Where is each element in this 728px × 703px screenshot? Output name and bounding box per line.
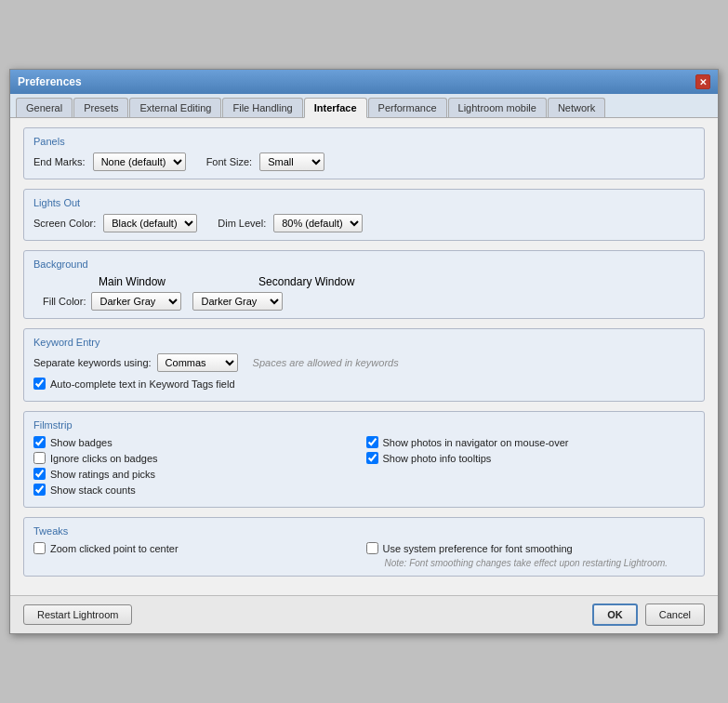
ok-button[interactable]: OK <box>592 604 638 626</box>
tab-file-handling[interactable]: File Handling <box>222 98 302 117</box>
autocomplete-label[interactable]: Auto-complete text in Keyword Tags field <box>50 378 235 390</box>
show-badges-label[interactable]: Show badges <box>50 437 113 448</box>
show-photo-info-row: Show photo info tooltips <box>366 452 695 464</box>
close-button[interactable]: ✕ <box>695 74 710 89</box>
secondary-window-header: Secondary Window <box>258 275 354 288</box>
lights-out-label: Lights Out <box>33 197 695 208</box>
filmstrip-section: Filmstrip Show badges Ignore clicks on b… <box>23 411 705 508</box>
tweaks-section: Tweaks Zoom clicked point to center Use … <box>23 517 705 577</box>
close-icon: ✕ <box>699 77 707 87</box>
cancel-button[interactable]: Cancel <box>645 604 705 626</box>
show-stack-label[interactable]: Show stack counts <box>50 484 136 496</box>
font-smoothing-checkbox[interactable] <box>366 542 378 554</box>
window-title: Preferences <box>18 75 82 88</box>
font-smoothing-note: Note: Font smoothing changes take effect… <box>385 558 695 568</box>
tab-general[interactable]: General <box>16 98 73 117</box>
preferences-window: Preferences ✕ General Presets External E… <box>9 69 719 634</box>
show-stack-checkbox[interactable] <box>33 484 46 496</box>
footer: Restart Lightroom OK Cancel <box>10 595 718 633</box>
ignore-clicks-label[interactable]: Ignore clicks on badges <box>50 453 158 464</box>
font-size-label: Font Size: <box>206 156 253 167</box>
keyword-row: Separate keywords using: Commas Spaces S… <box>33 353 695 372</box>
tab-performance[interactable]: Performance <box>368 98 447 117</box>
filmstrip-columns: Show badges Ignore clicks on badges Show… <box>33 436 695 499</box>
zoom-label[interactable]: Zoom clicked point to center <box>50 543 179 554</box>
show-stack-row: Show stack counts <box>33 484 363 496</box>
background-section: Background Main Window Secondary Window … <box>23 250 705 319</box>
filmstrip-right: Show photos in navigator on mouse-over S… <box>366 436 695 499</box>
secondary-fill-color-select[interactable]: Darker Gray Dark Gray Medium Gray Light … <box>192 292 283 311</box>
ignore-clicks-row: Ignore clicks on badges <box>33 452 363 464</box>
ignore-clicks-checkbox[interactable] <box>33 452 46 464</box>
font-smoothing-row: Use system preference for font smoothing <box>366 542 695 554</box>
filmstrip-label: Filmstrip <box>33 419 695 431</box>
show-ratings-label[interactable]: Show ratings and picks <box>50 469 155 480</box>
dim-level-label: Dim Level: <box>218 218 266 229</box>
end-marks-select[interactable]: None (default) Small Medium Large <box>93 153 186 171</box>
background-label: Background <box>33 259 695 270</box>
main-window-header: Main Window <box>99 275 165 288</box>
font-size-select[interactable]: Small Medium Large <box>259 153 324 171</box>
tabs-bar: General Presets External Editing File Ha… <box>10 94 718 118</box>
show-ratings-row: Show ratings and picks <box>33 468 363 480</box>
show-photos-label[interactable]: Show photos in navigator on mouse-over <box>383 437 569 448</box>
filmstrip-left: Show badges Ignore clicks on badges Show… <box>33 436 363 499</box>
separate-keywords-select[interactable]: Commas Spaces Semicolons <box>157 353 238 372</box>
keyword-hint: Spaces are allowed in keywords <box>253 357 399 368</box>
tab-network[interactable]: Network <box>548 98 605 117</box>
restart-button[interactable]: Restart Lightroom <box>23 604 132 625</box>
col-headers: Main Window Secondary Window <box>99 275 695 288</box>
zoom-row: Zoom clicked point to center <box>33 542 363 554</box>
keyword-entry-label: Keyword Entry <box>33 337 695 348</box>
tweaks-label: Tweaks <box>33 525 695 537</box>
font-smoothing-label[interactable]: Use system preference for font smoothing <box>383 543 573 554</box>
panels-label: Panels <box>33 136 695 147</box>
title-bar: Preferences ✕ <box>10 70 718 94</box>
lights-out-row: Screen Color: Black (default) White Cust… <box>33 214 695 232</box>
tab-lightroom-mobile[interactable]: Lightroom mobile <box>448 98 547 117</box>
content-area: Panels End Marks: None (default) Small M… <box>10 118 718 595</box>
separate-keywords-label: Separate keywords using: <box>33 357 152 368</box>
panels-section: Panels End Marks: None (default) Small M… <box>23 127 705 179</box>
show-badges-row: Show badges <box>33 436 363 448</box>
tweaks-right: Use system preference for font smoothing… <box>366 542 695 568</box>
keyword-entry-section: Keyword Entry Separate keywords using: C… <box>23 328 705 402</box>
lights-out-section: Lights Out Screen Color: Black (default)… <box>23 189 705 241</box>
end-marks-label: End Marks: <box>33 156 86 167</box>
tab-interface[interactable]: Interface <box>304 98 367 118</box>
dim-level-select[interactable]: 80% (default) 50% 70% 90% <box>273 214 363 232</box>
tweaks-left: Zoom clicked point to center <box>33 542 363 568</box>
screen-color-select[interactable]: Black (default) White Custom... <box>103 214 197 232</box>
show-photos-checkbox[interactable] <box>366 436 378 448</box>
show-photo-info-checkbox[interactable] <box>366 452 378 464</box>
tab-presets[interactable]: Presets <box>73 98 128 117</box>
fill-color-row: Fill Color: Darker Gray Dark Gray Medium… <box>33 292 695 311</box>
tab-external-editing[interactable]: External Editing <box>129 98 221 117</box>
panels-row: End Marks: None (default) Small Medium L… <box>33 153 695 171</box>
fill-color-label: Fill Color: <box>43 296 86 307</box>
show-ratings-checkbox[interactable] <box>33 468 46 480</box>
show-photo-info-label[interactable]: Show photo info tooltips <box>383 453 492 464</box>
show-photos-row: Show photos in navigator on mouse-over <box>366 436 695 448</box>
screen-color-label: Screen Color: <box>33 218 96 229</box>
ok-cancel-group: OK Cancel <box>592 604 705 626</box>
show-badges-checkbox[interactable] <box>33 436 46 448</box>
tweaks-columns: Zoom clicked point to center Use system … <box>33 542 695 568</box>
zoom-checkbox[interactable] <box>33 542 46 554</box>
main-fill-color-select[interactable]: Darker Gray Dark Gray Medium Gray Light … <box>91 292 181 311</box>
autocomplete-row: Auto-complete text in Keyword Tags field <box>33 378 695 390</box>
autocomplete-checkbox[interactable] <box>33 378 46 390</box>
